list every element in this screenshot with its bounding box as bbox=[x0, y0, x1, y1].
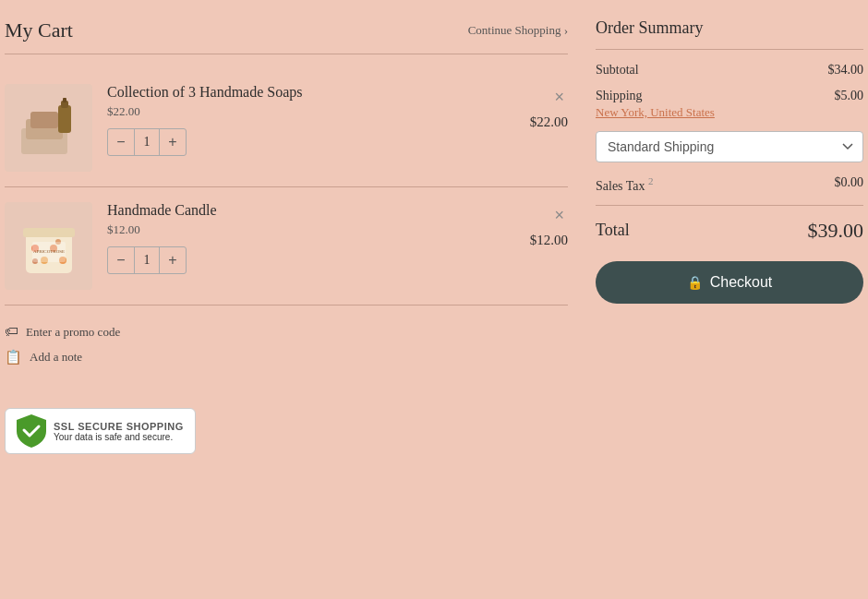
note-label: Add a note bbox=[30, 350, 82, 365]
qty-control-candle: − 1 + bbox=[107, 246, 187, 274]
ssl-sublabel: Your data is safe and secure. bbox=[54, 432, 173, 442]
shipping-label: Shipping bbox=[596, 89, 715, 103]
checkout-label: Checkout bbox=[710, 274, 773, 291]
total-label: Total bbox=[596, 221, 630, 240]
note-link[interactable]: 📋 Add a note bbox=[5, 349, 568, 365]
continue-shopping-link[interactable]: Continue Shopping bbox=[468, 23, 568, 38]
shipping-location[interactable]: New York, United States bbox=[596, 105, 715, 120]
svg-rect-3 bbox=[58, 105, 71, 133]
item-name-candle: Handmade Candle bbox=[107, 202, 515, 219]
promo-section: 🏷 Enter a promo code 📋 Add a note bbox=[5, 305, 568, 380]
qty-value-soaps: 1 bbox=[134, 129, 160, 155]
cart-section: My Cart Continue Shopping Collection of … bbox=[5, 9, 568, 463]
sales-tax-value: $0.00 bbox=[835, 175, 864, 190]
qty-plus-candle[interactable]: + bbox=[160, 247, 186, 273]
item-details-soaps: Collection of 3 Handmade Soaps $22.00 − … bbox=[107, 84, 515, 156]
remove-candle-button[interactable]: × bbox=[550, 206, 568, 225]
item-total-soaps: $22.00 bbox=[530, 114, 568, 130]
sales-tax-label: Sales Tax 2 bbox=[596, 175, 654, 194]
total-row: Total $39.00 bbox=[596, 219, 863, 243]
cart-item-candle: APRICOTROSE Handmade Candle $12.00 − 1 +… bbox=[5, 187, 568, 305]
cart-item-soaps: Collection of 3 Handmade Soaps $22.00 − … bbox=[5, 69, 568, 187]
promo-label: Enter a promo code bbox=[26, 325, 120, 340]
order-summary: Order Summary Subtotal $34.00 Shipping N… bbox=[596, 9, 863, 463]
qty-minus-candle[interactable]: − bbox=[108, 247, 134, 273]
svg-rect-7 bbox=[23, 228, 75, 237]
ssl-text: SSL SECURE SHOPPING Your data is safe an… bbox=[54, 421, 184, 442]
ssl-label: SSL SECURE SHOPPING bbox=[54, 421, 184, 432]
item-image-soaps bbox=[5, 84, 92, 172]
item-price-soaps: $22.00 bbox=[107, 104, 515, 119]
item-right-soaps: × $22.00 bbox=[530, 88, 568, 130]
svg-rect-2 bbox=[30, 112, 58, 128]
lock-icon: 🔒 bbox=[687, 275, 703, 290]
shipping-value: $5.00 bbox=[835, 89, 864, 103]
item-image-candle: APRICOTROSE bbox=[5, 202, 92, 290]
ssl-badge: SSL SECURE SHOPPING Your data is safe an… bbox=[5, 408, 196, 454]
item-details-candle: Handmade Candle $12.00 − 1 + bbox=[107, 202, 515, 274]
qty-value-candle: 1 bbox=[134, 247, 160, 273]
cart-title: My Cart bbox=[5, 18, 73, 42]
promo-icon: 🏷 bbox=[5, 324, 18, 340]
summary-divider bbox=[596, 205, 863, 206]
subtotal-value: $34.00 bbox=[828, 63, 864, 78]
svg-text:APRICOTROSE: APRICOTROSE bbox=[32, 249, 64, 254]
sales-tax-row: Sales Tax 2 $0.00 bbox=[596, 175, 863, 194]
svg-rect-5 bbox=[63, 98, 66, 102]
qty-minus-soaps[interactable]: − bbox=[108, 129, 134, 155]
shipping-label-group: Shipping New York, United States bbox=[596, 89, 715, 120]
item-total-candle: $12.00 bbox=[530, 233, 568, 248]
note-icon: 📋 bbox=[5, 349, 22, 365]
qty-control-soaps: − 1 + bbox=[107, 128, 187, 156]
item-name-soaps: Collection of 3 Handmade Soaps bbox=[107, 84, 515, 101]
item-price-candle: $12.00 bbox=[107, 222, 515, 237]
subtotal-label: Subtotal bbox=[596, 63, 639, 78]
shipping-dropdown[interactable]: Standard Shipping bbox=[596, 131, 863, 162]
sales-tax-num: 2 bbox=[648, 175, 654, 186]
total-value: $39.00 bbox=[808, 219, 864, 243]
promo-link[interactable]: 🏷 Enter a promo code bbox=[5, 324, 568, 340]
cart-header: My Cart Continue Shopping bbox=[5, 18, 568, 54]
remove-soaps-button[interactable]: × bbox=[550, 88, 568, 107]
shipping-select[interactable]: Standard Shipping bbox=[596, 131, 863, 162]
checkout-button[interactable]: 🔒 Checkout bbox=[596, 261, 863, 304]
summary-title: Order Summary bbox=[596, 18, 863, 50]
qty-plus-soaps[interactable]: + bbox=[160, 129, 186, 155]
item-right-candle: × $12.00 bbox=[530, 206, 568, 248]
subtotal-row: Subtotal $34.00 bbox=[596, 63, 863, 78]
shipping-row: Shipping New York, United States $5.00 bbox=[596, 89, 863, 120]
